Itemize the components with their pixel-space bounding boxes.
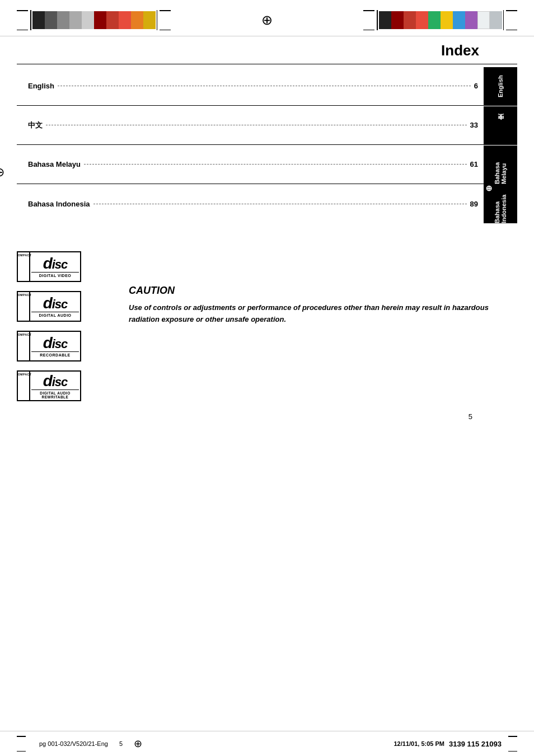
- footer-center-text: 5: [119, 740, 123, 747]
- main-content: Index English 6 中文 33: [0, 42, 534, 421]
- footer-bar: pg 001-032/V520/21-Eng 5 ⊕ 12/11/01, 5:0…: [0, 731, 534, 756]
- disc-logo-digital-audio: COMPACT disc DIGITAL AUDIO: [17, 291, 106, 322]
- page-ref: 33: [470, 121, 478, 129]
- page-number: 5: [17, 412, 472, 421]
- compact-label: COMPACT: [18, 372, 30, 400]
- footer-right: 12/11/01, 5:05 PM 3139 115 21093: [394, 736, 518, 752]
- footer-left: pg 001-032/V520/21-Eng 5 ⊕: [17, 736, 142, 752]
- page-ref: 89: [470, 200, 478, 208]
- language-label: Bahasa Melayu: [28, 160, 81, 168]
- tab-chinese: 中文: [484, 106, 517, 145]
- language-label: English: [28, 82, 54, 90]
- tab-english: English: [484, 67, 517, 106]
- row-content: 中文 33: [17, 120, 484, 130]
- dot-leader: [93, 204, 467, 204]
- disc-subtitle: DIGITAL VIDEO: [31, 272, 79, 278]
- disc-word: disc: [43, 373, 68, 389]
- dot-leader: [84, 164, 467, 165]
- disc-logo-digital-video: COMPACT disc DIGITAL VIDEO: [17, 251, 106, 282]
- top-divider: [17, 64, 517, 64]
- table-row: 中文 33: [17, 106, 484, 145]
- dot-leader: [58, 86, 471, 86]
- caution-text: Use of controls or adjustments or perfor…: [129, 302, 517, 326]
- disc-word: disc: [43, 295, 68, 311]
- disc-subtitle: DIGITAL AUDIOReWritable: [31, 389, 79, 399]
- index-table: English 6 中文 33 Bahasa Melayu 61: [17, 67, 517, 223]
- logo-box: COMPACT disc DIGITAL AUDIOReWritable: [17, 370, 81, 401]
- page-ref: 6: [474, 82, 478, 90]
- row-content: Bahasa Melayu 61: [17, 160, 484, 168]
- table-row: Bahasa Melayu 61: [17, 145, 484, 184]
- disc-logo-rewritable: COMPACT disc DIGITAL AUDIOReWritable: [17, 370, 106, 401]
- tab-indonesia: Bahasa Indonesia ⊕: [484, 184, 517, 223]
- disc-subtitle: Recordable: [31, 351, 79, 357]
- table-row: English 6: [17, 67, 484, 106]
- side-tabs: English 中文 Bahasa Melayu Bahasa Indonesi…: [484, 67, 517, 223]
- disc-right: disc Recordable: [30, 332, 80, 360]
- bottom-section: COMPACT disc DIGITAL VIDEO COMPACT: [17, 251, 517, 401]
- tab-malay: Bahasa Melayu: [484, 145, 517, 184]
- index-title: Index: [441, 42, 479, 59]
- right-color-strip: [363, 10, 517, 30]
- left-color-strip: [17, 10, 171, 30]
- caution-title: CAUTION: [129, 285, 517, 297]
- disc-subtitle: DIGITAL AUDIO: [31, 312, 79, 317]
- left-crosshair-icon: ⊕: [0, 165, 4, 180]
- page-ref: 61: [470, 160, 478, 168]
- disc-logo-recordable: COMPACT disc Recordable: [17, 331, 106, 361]
- compact-label: COMPACT: [18, 332, 30, 360]
- center-crosshair-icon: ⊕: [261, 12, 273, 28]
- footer-left-text: pg 001-032/V520/21-Eng: [39, 740, 108, 747]
- table-row: Bahasa Indonesia 89: [17, 184, 484, 223]
- language-label: Bahasa Indonesia: [28, 200, 90, 208]
- disc-right: disc DIGITAL AUDIO: [30, 292, 80, 321]
- footer-timestamp: 12/11/01, 5:05 PM: [394, 740, 445, 747]
- row-content: Bahasa Indonesia 89: [17, 200, 484, 208]
- row-content: English 6: [17, 82, 484, 90]
- language-label: 中文: [28, 120, 43, 130]
- logo-box: COMPACT disc DIGITAL AUDIO: [17, 291, 81, 322]
- footer-code: 3139 115 21093: [449, 740, 502, 748]
- compact-label: COMPACT: [18, 252, 30, 281]
- compact-label: COMPACT: [18, 292, 30, 321]
- caution-section: CAUTION Use of controls or adjustments o…: [129, 251, 517, 326]
- disc-logos: COMPACT disc DIGITAL VIDEO COMPACT: [17, 251, 106, 401]
- disc-right: disc DIGITAL AUDIOReWritable: [30, 372, 80, 400]
- index-rows: English 6 中文 33 Bahasa Melayu 61: [17, 67, 484, 223]
- disc-right: disc DIGITAL VIDEO: [30, 252, 80, 281]
- disc-word: disc: [43, 256, 68, 271]
- disc-word: disc: [43, 335, 68, 351]
- dot-leader: [46, 125, 467, 125]
- footer-crosshair-icon: ⊕: [134, 738, 142, 750]
- logo-box: COMPACT disc DIGITAL VIDEO: [17, 251, 81, 282]
- top-bar: ⊕: [0, 0, 534, 36]
- logo-box: COMPACT disc Recordable: [17, 331, 81, 361]
